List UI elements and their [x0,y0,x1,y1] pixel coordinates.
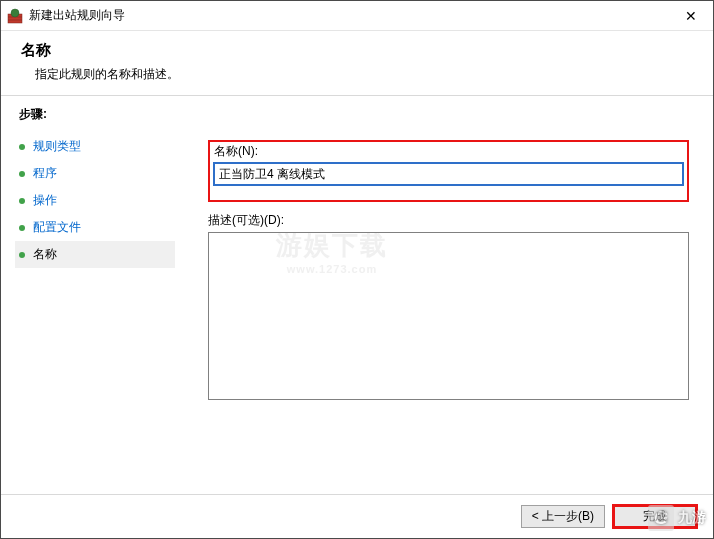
desc-field-group: 描述(可选)(D): [208,212,689,403]
titlebar: 新建出站规则向导 ✕ [1,1,713,31]
wizard-body: 步骤: 规则类型 程序 操作 配置文件 [1,98,713,494]
desc-label: 描述(可选)(D): [208,212,689,229]
page-subtitle: 指定此规则的名称和描述。 [35,66,693,83]
steps-sidebar: 步骤: 规则类型 程序 操作 配置文件 [1,98,196,494]
step-label: 操作 [33,192,57,209]
name-highlight-box: 名称(N): [208,140,689,202]
step-label: 名称 [33,246,57,263]
back-button[interactable]: < 上一步(B) [521,505,605,528]
steps-title: 步骤: [19,106,196,123]
step-rule-type[interactable]: 规则类型 [19,133,196,160]
name-label: 名称(N): [214,143,683,160]
page-title: 名称 [21,41,693,60]
step-label: 配置文件 [33,219,81,236]
description-input[interactable] [208,232,689,400]
bullet-icon [19,252,25,258]
steps-list: 规则类型 程序 操作 配置文件 名称 [19,133,196,268]
wizard-window: 新建出站规则向导 ✕ 名称 指定此规则的名称和描述。 步骤: 规则类型 程序 [0,0,714,539]
step-action[interactable]: 操作 [19,187,196,214]
divider [1,95,713,96]
close-icon: ✕ [685,8,697,24]
close-button[interactable]: ✕ [669,2,713,30]
name-input[interactable] [214,163,683,185]
step-program[interactable]: 程序 [19,160,196,187]
wizard-header: 名称 指定此规则的名称和描述。 [1,31,713,95]
bullet-icon [19,171,25,177]
step-profile[interactable]: 配置文件 [19,214,196,241]
bullet-icon [19,144,25,150]
name-field-group: 名称(N): [214,143,683,185]
step-label: 规则类型 [33,138,81,155]
step-name[interactable]: 名称 [15,241,175,268]
finish-label: 完成 [643,509,667,523]
bullet-icon [19,198,25,204]
finish-button[interactable]: 完成 [613,505,697,528]
bullet-icon [19,225,25,231]
content-pane: 名称(N): 描述(可选)(D): 游娱下载 www.1273.com [196,98,713,494]
firewall-icon [7,8,23,24]
wizard-footer: < 上一步(B) 完成 取消 [1,494,713,538]
window-title: 新建出站规则向导 [29,7,669,24]
back-label: < 上一步(B) [532,509,594,523]
step-label: 程序 [33,165,57,182]
